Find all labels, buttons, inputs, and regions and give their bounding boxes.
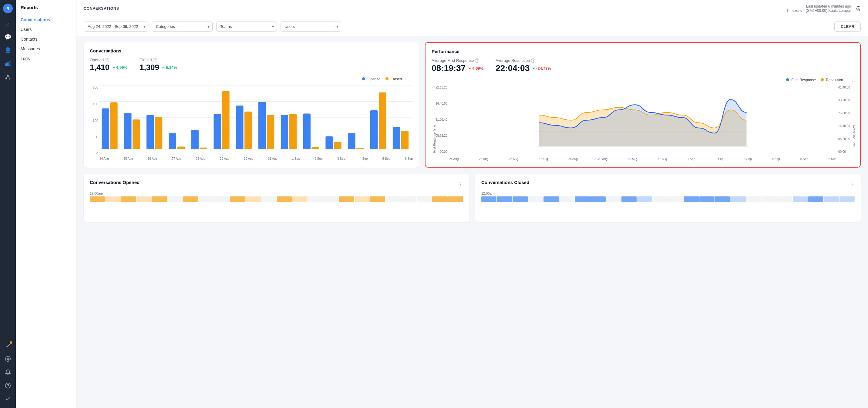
first-response-info-icon[interactable]: ? bbox=[475, 59, 479, 63]
heatmap-cell bbox=[730, 196, 745, 202]
svg-rect-22 bbox=[169, 133, 176, 150]
sidebar-icon-help[interactable] bbox=[2, 380, 13, 391]
teams-select[interactable]: Teams bbox=[216, 22, 277, 32]
resolution-label: Average Resolution ? bbox=[496, 58, 551, 63]
print-icon[interactable]: 🖨 bbox=[855, 5, 861, 12]
sidebar-item-contacts[interactable]: Contacts bbox=[16, 34, 76, 44]
svg-rect-25 bbox=[199, 148, 207, 149]
sidebar-icon-badge[interactable] bbox=[2, 340, 13, 351]
svg-rect-43 bbox=[401, 131, 408, 149]
header-right: Last updated 6 minutes ago Timezone - (G… bbox=[786, 4, 861, 13]
heatmap-cell bbox=[370, 196, 385, 202]
resolution-info-icon[interactable]: ? bbox=[531, 59, 535, 63]
teams-filter-wrapper: Teams ▾ bbox=[216, 22, 277, 32]
opened-legend-item: Opened bbox=[362, 77, 380, 81]
heatmap-cell bbox=[590, 196, 606, 202]
sidebar-item-conversations[interactable]: Conversations bbox=[16, 15, 76, 25]
resolution-legend-item: Resolution bbox=[821, 78, 843, 82]
heatmap-cell bbox=[401, 196, 416, 202]
svg-rect-30 bbox=[258, 102, 266, 149]
heatmap-cell bbox=[354, 196, 370, 202]
conversations-legend: Opened Closed ⋮ bbox=[362, 77, 413, 81]
heatmap-cell bbox=[528, 196, 543, 202]
first-response-legend-item: First Response bbox=[786, 78, 816, 82]
opened-info-icon[interactable]: ? bbox=[105, 58, 109, 62]
first-response-change: 4.69% bbox=[468, 66, 484, 71]
svg-rect-40 bbox=[370, 110, 378, 149]
perf-x-label: 26 Aug bbox=[508, 157, 518, 161]
svg-point-8 bbox=[7, 358, 9, 360]
opened-stat: Opened ? 1,410 4.99% bbox=[90, 58, 127, 72]
date-range-select[interactable]: Aug 24, 2022 - Sep 06, 2022 bbox=[84, 22, 148, 32]
heatmap-cell bbox=[808, 196, 824, 202]
heatmap-cell bbox=[417, 196, 432, 202]
heatmap-cell bbox=[292, 196, 307, 202]
content-area: Conversations Opened ? 1,410 4.99% bbox=[76, 36, 868, 408]
svg-line-6 bbox=[6, 76, 8, 78]
svg-rect-20 bbox=[147, 115, 154, 149]
heatmap-cell bbox=[199, 196, 214, 202]
bar-chart-svg bbox=[99, 86, 413, 155]
svg-rect-39 bbox=[356, 148, 364, 149]
sidebar-item-logs[interactable]: Logs bbox=[16, 54, 76, 63]
heatmap-cell bbox=[668, 196, 683, 202]
categories-select[interactable]: Categories bbox=[152, 22, 213, 32]
sidebar-left: R ⌂ 💬 👤 bbox=[0, 0, 16, 408]
perf-y-right: 41:40:00 33:20:00 25:00:00 16:40:00 08:2… bbox=[837, 86, 854, 153]
resolution-change: -24.73% bbox=[532, 66, 551, 71]
heatmap-cell bbox=[448, 196, 463, 202]
closed-change: 5.14% bbox=[162, 65, 177, 70]
sidebar-icon-home[interactable]: ⌂ bbox=[2, 18, 13, 29]
sidebar-item-users[interactable]: Users bbox=[16, 25, 76, 34]
bottom-cards-row: Conversations Opened ⋮ 12:00am Conversat… bbox=[84, 174, 861, 222]
svg-point-5 bbox=[9, 78, 10, 79]
svg-rect-21 bbox=[155, 117, 162, 149]
performance-card: Performance Average First Response ? 08:… bbox=[425, 42, 861, 168]
heatmap-cell bbox=[637, 196, 652, 202]
svg-rect-34 bbox=[303, 113, 311, 149]
timezone: Timezone - (GMT+08:00) Kuala Lumpur bbox=[786, 8, 851, 13]
closed-info-icon[interactable]: ? bbox=[153, 58, 157, 62]
closed-more-icon[interactable]: ⋮ bbox=[850, 182, 855, 187]
closed-heatmap: 12:00am bbox=[481, 192, 855, 202]
heatmap-cell bbox=[481, 196, 496, 202]
heatmap-cell bbox=[544, 196, 559, 202]
resolution-stat: Average Resolution ? 22:04:03 -24.73% bbox=[496, 58, 551, 73]
heatmap-cell bbox=[715, 196, 730, 202]
svg-rect-33 bbox=[289, 114, 297, 150]
sidebar-icon-settings[interactable] bbox=[2, 353, 13, 364]
svg-rect-19 bbox=[132, 119, 140, 149]
svg-rect-41 bbox=[379, 92, 386, 149]
sidebar-icon-reports[interactable] bbox=[2, 58, 13, 69]
sidebar-icon-chat[interactable]: 💬 bbox=[2, 32, 13, 42]
users-select[interactable]: Users bbox=[281, 22, 341, 32]
svg-rect-42 bbox=[393, 127, 400, 150]
opened-more-icon[interactable]: ⋮ bbox=[458, 182, 463, 187]
sidebar-icon-network[interactable] bbox=[2, 71, 13, 83]
sidebar-icon-contacts[interactable]: 👤 bbox=[2, 45, 13, 56]
svg-rect-23 bbox=[178, 147, 185, 149]
nav-title: Reports bbox=[16, 5, 76, 15]
heatmap-cell bbox=[653, 196, 668, 202]
conversations-closed-title: Conversations Closed bbox=[481, 180, 529, 185]
heatmap-cell bbox=[105, 196, 120, 202]
first-response-label: Average First Response ? bbox=[432, 58, 484, 63]
sidebar-item-messages[interactable]: Messages bbox=[16, 44, 76, 54]
heatmap-cell bbox=[746, 196, 761, 202]
heatmap-cell bbox=[245, 196, 260, 202]
heatmap-cell bbox=[606, 196, 621, 202]
avatar[interactable]: R bbox=[3, 4, 13, 13]
perf-x-label: 31 Aug bbox=[657, 157, 667, 161]
sidebar-icon-check[interactable] bbox=[2, 394, 13, 404]
first-response-stat: Average First Response ? 08:19:37 4.69% bbox=[432, 58, 484, 73]
sidebar-icon-notifications[interactable] bbox=[2, 367, 13, 378]
clear-button[interactable]: CLEAR bbox=[834, 22, 861, 32]
svg-rect-0 bbox=[6, 64, 7, 66]
heatmap-cell bbox=[308, 196, 323, 202]
svg-rect-32 bbox=[281, 115, 288, 149]
perf-x-label: 3 Sep bbox=[744, 157, 751, 161]
conversations-more-icon[interactable]: ⋮ bbox=[409, 77, 413, 81]
svg-rect-37 bbox=[334, 142, 341, 149]
heatmap-cell bbox=[513, 196, 528, 202]
performance-more-icon[interactable]: ⋮ bbox=[850, 78, 854, 82]
